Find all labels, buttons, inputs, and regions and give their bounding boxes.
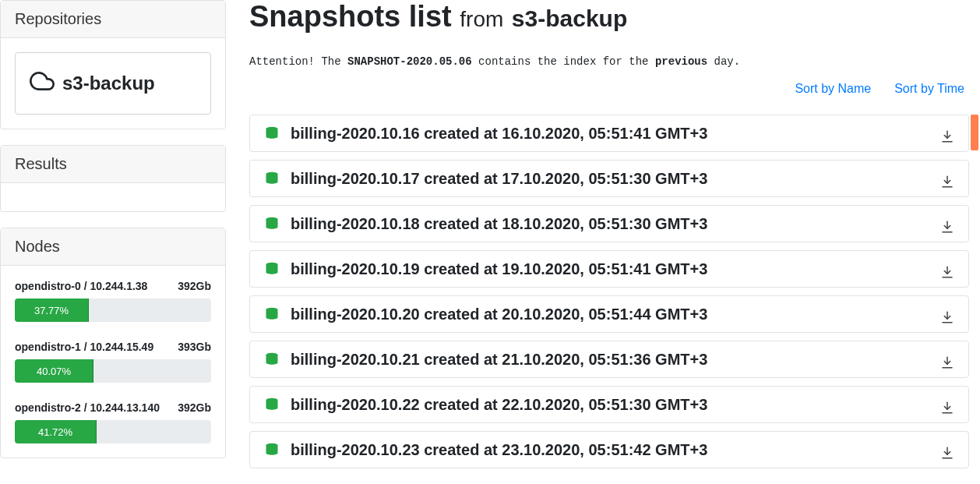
sort-by-name-link[interactable]: Sort by Name (795, 82, 871, 96)
snapshot-label: billing-2020.10.23 created at 23.10.2020… (291, 441, 940, 459)
database-icon (264, 261, 280, 277)
snapshot-label: billing-2020.10.18 created at 18.10.2020… (291, 215, 940, 233)
node-progress-bar: 40.07% (15, 359, 93, 383)
results-header: Results (1, 146, 225, 183)
notice-pre: Attention! The (249, 55, 347, 68)
snapshot-row[interactable]: billing-2020.10.19 created at 19.10.2020… (249, 250, 969, 288)
node-progress: 40.07% (15, 359, 211, 383)
attention-notice: Attention! The SNAPSHOT-2020.05.06 conta… (249, 55, 969, 68)
download-icon[interactable] (940, 304, 954, 324)
node-size: 392Gb (178, 401, 211, 414)
snapshot-row[interactable]: billing-2020.10.23 created at 23.10.2020… (249, 431, 969, 468)
database-icon (264, 442, 280, 458)
sort-by-time-link[interactable]: Sort by Time (894, 82, 964, 96)
page-title: Snapshots list from s3-backup (249, 0, 969, 34)
node-row: opendistro-0 / 10.244.1.38392Gb37.77% (15, 280, 211, 322)
database-icon (264, 171, 280, 186)
page-title-main: Snapshots list (249, 0, 452, 33)
download-icon[interactable] (940, 440, 954, 460)
snapshot-row[interactable]: billing-2020.10.18 created at 18.10.2020… (249, 205, 969, 242)
repository-item-label: s3-backup (62, 72, 155, 94)
node-progress-bar: 37.77% (15, 299, 89, 322)
node-progress: 41.72% (15, 420, 211, 443)
node-progress-bar: 41.72% (15, 420, 97, 443)
download-icon[interactable] (940, 123, 954, 143)
download-icon[interactable] (940, 214, 954, 234)
snapshot-row[interactable]: billing-2020.10.20 created at 20.10.2020… (249, 295, 969, 333)
snapshot-label: billing-2020.10.17 created at 17.10.2020… (291, 170, 940, 188)
node-row: opendistro-1 / 10.244.15.49393Gb40.07% (15, 341, 211, 383)
download-icon[interactable] (940, 259, 954, 279)
repositories-header: Repositories (1, 1, 225, 38)
cloud-icon (30, 69, 62, 98)
snapshot-label: billing-2020.10.16 created at 16.10.2020… (291, 125, 940, 143)
repository-item-s3-backup[interactable]: s3-backup (15, 52, 211, 115)
snapshots-list: billing-2020.10.16 created at 16.10.2020… (249, 115, 969, 468)
repositories-card: Repositories s3-backup (0, 0, 226, 129)
page-title-repo: s3-backup (512, 5, 627, 31)
nodes-card: Nodes opendistro-0 / 10.244.1.38392Gb37.… (0, 228, 226, 458)
results-card: Results (0, 145, 226, 212)
results-body (1, 183, 225, 211)
node-name: opendistro-1 / 10.244.15.49 (15, 341, 153, 353)
notice-mid: contains the index for the (472, 55, 655, 68)
snapshot-row[interactable]: billing-2020.10.16 created at 16.10.2020… (249, 115, 969, 152)
node-size: 393Gb (178, 341, 211, 353)
snapshot-row[interactable]: billing-2020.10.21 created at 21.10.2020… (249, 341, 969, 378)
snapshot-label: billing-2020.10.21 created at 21.10.2020… (291, 351, 940, 369)
node-progress: 37.77% (15, 299, 211, 322)
database-icon (264, 397, 280, 412)
database-icon (264, 216, 280, 231)
page-title-from: from (460, 7, 503, 31)
node-size: 392Gb (178, 280, 211, 292)
download-icon[interactable] (940, 168, 954, 189)
database-icon (264, 306, 280, 322)
database-icon (264, 352, 280, 367)
notice-post: day. (707, 55, 740, 68)
snapshot-row[interactable]: billing-2020.10.22 created at 22.10.2020… (249, 386, 969, 423)
snapshot-label: billing-2020.10.20 created at 20.10.2020… (291, 306, 940, 323)
snapshot-row[interactable]: billing-2020.10.17 created at 17.10.2020… (249, 160, 969, 197)
snapshot-label: billing-2020.10.22 created at 22.10.2020… (291, 396, 940, 414)
node-row: opendistro-2 / 10.244.13.140392Gb41.72% (15, 401, 211, 443)
database-icon (264, 125, 280, 141)
node-name: opendistro-2 / 10.244.13.140 (15, 401, 160, 414)
nodes-header: Nodes (1, 228, 225, 266)
download-icon[interactable] (940, 394, 954, 415)
notice-strong: previous (655, 55, 707, 68)
snapshot-label: billing-2020.10.19 created at 19.10.2020… (291, 260, 940, 278)
download-icon[interactable] (940, 349, 954, 369)
notice-code: SNAPSHOT-2020.05.06 (347, 55, 472, 68)
node-name: opendistro-0 / 10.244.1.38 (15, 280, 147, 292)
